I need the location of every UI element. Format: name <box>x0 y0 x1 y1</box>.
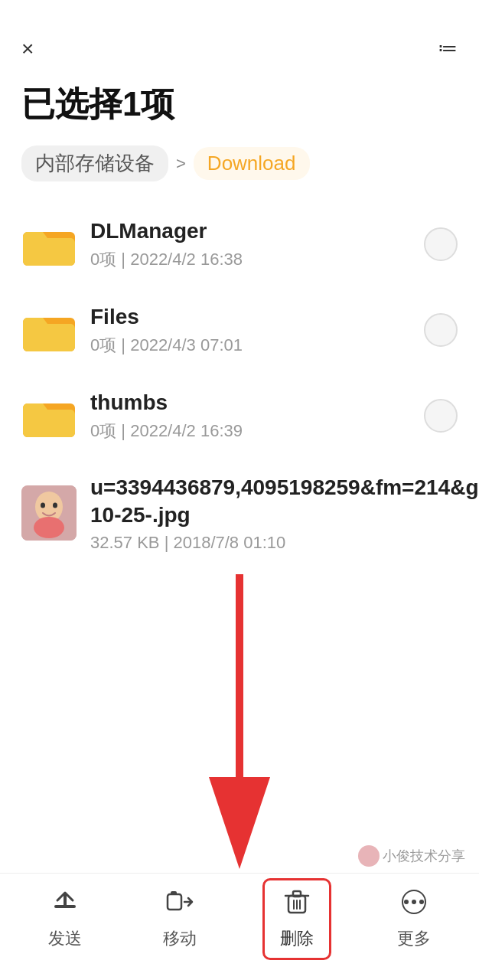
more-label: 更多 <box>397 927 431 950</box>
list-item[interactable]: DLManager 0项 | 2022/4/2 16:38 <box>12 203 467 286</box>
file-info: thumbs 0项 | 2022/4/2 16:39 <box>90 389 410 443</box>
watermark-text: 小俊技术分享 <box>383 847 465 865</box>
file-meta: 0项 | 2022/4/2 16:39 <box>90 420 410 443</box>
svg-point-20 <box>404 900 409 904</box>
send-label: 发送 <box>48 927 82 950</box>
svg-rect-16 <box>293 891 301 897</box>
file-selector[interactable] <box>424 227 458 261</box>
move-action[interactable]: 移动 <box>148 880 212 958</box>
svg-rect-13 <box>171 891 177 895</box>
top-bar: × ≔ <box>0 0 479 73</box>
svg-point-22 <box>419 900 424 904</box>
filter-button[interactable]: ≔ <box>438 37 458 60</box>
svg-point-6 <box>53 503 57 508</box>
file-meta: 0项 | 2022/4/2 16:38 <box>90 248 410 271</box>
svg-point-7 <box>34 517 64 538</box>
list-item[interactable]: thumbs 0项 | 2022/4/2 16:39 <box>12 374 467 457</box>
watermark-avatar <box>358 845 380 867</box>
delete-icon <box>283 888 311 923</box>
file-name: Files <box>90 303 410 331</box>
svg-point-21 <box>412 900 416 904</box>
page-title: 已选择1项 <box>0 73 479 145</box>
folder-icon <box>21 302 77 358</box>
file-selector[interactable] <box>424 313 458 347</box>
delete-action[interactable]: 删除 <box>262 878 331 960</box>
close-button[interactable]: × <box>21 38 34 60</box>
file-info: u=3394436879,4095198259&fm=214&gp=011-10… <box>90 474 479 553</box>
file-name: u=3394436879,4095198259&fm=214&gp=011-10… <box>90 474 479 530</box>
delete-label: 删除 <box>280 927 314 950</box>
breadcrumb: 内部存储设备 > Download <box>0 145 479 203</box>
breadcrumb-root[interactable]: 内部存储设备 <box>21 145 168 181</box>
file-selector[interactable] <box>424 399 458 433</box>
bottom-bar: 发送 移动 删除 <box>0 873 479 980</box>
watermark: 小俊技术分享 <box>358 845 465 867</box>
svg-rect-12 <box>168 894 181 910</box>
list-item[interactable]: Files 0项 | 2022/4/3 07:01 <box>12 289 467 371</box>
more-action[interactable]: 更多 <box>382 880 446 958</box>
more-icon <box>400 888 428 923</box>
file-name: DLManager <box>90 217 410 245</box>
image-thumbnail <box>21 485 77 541</box>
send-icon <box>51 888 79 923</box>
file-name: thumbs <box>90 389 410 416</box>
svg-point-5 <box>41 503 45 508</box>
move-label: 移动 <box>163 927 197 950</box>
file-meta: 0项 | 2022/4/3 07:01 <box>90 334 410 357</box>
folder-icon <box>21 388 77 443</box>
list-item[interactable]: u=3394436879,4095198259&fm=214&gp=011-10… <box>12 460 467 567</box>
thumbnail-preview <box>21 485 77 541</box>
send-action[interactable]: 发送 <box>33 880 97 958</box>
file-list: DLManager 0项 | 2022/4/2 16:38 Files 0项 |… <box>0 203 479 567</box>
move-icon <box>166 888 194 923</box>
folder-icon <box>21 217 77 272</box>
file-meta: 32.57 KB | 2018/7/8 01:10 <box>90 533 479 553</box>
file-info: DLManager 0项 | 2022/4/2 16:38 <box>90 217 410 271</box>
breadcrumb-separator: > <box>176 154 186 174</box>
file-info: Files 0项 | 2022/4/3 07:01 <box>90 303 410 357</box>
breadcrumb-current[interactable]: Download <box>194 147 310 180</box>
